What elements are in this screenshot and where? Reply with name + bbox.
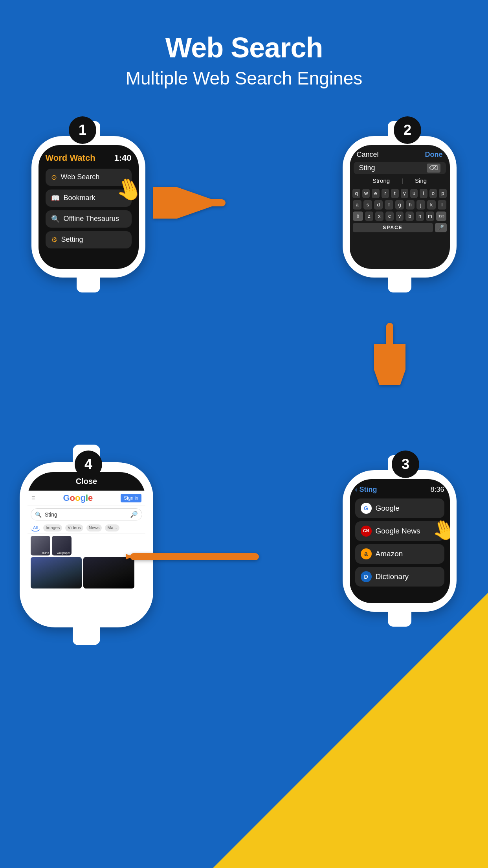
input-text: Sting (359, 164, 375, 172)
key-num[interactable]: 123 (436, 211, 447, 221)
key-mic[interactable]: 🎤 (435, 223, 447, 232)
done-button[interactable]: Done (425, 151, 443, 159)
screen3-header: ‹ Sting 8:36 (355, 485, 444, 494)
dictionary-icon: D (361, 571, 372, 582)
engine-amazon[interactable]: a Amazon (355, 544, 444, 564)
google-tabs: All Images Videos News Ma... (28, 523, 145, 533)
cancel-button[interactable]: Cancel (357, 151, 379, 159)
key-r[interactable]: r (382, 189, 389, 198)
watch1-body: Word Watch 1:40 ⊙ Web Search 📖 Bookmark … (31, 136, 145, 278)
websearch-icon: ⊙ (51, 173, 57, 182)
menu-item-thesaurus[interactable]: 🔍 Offline Thesaurus (46, 210, 132, 228)
key-t[interactable]: t (391, 189, 398, 198)
menu-item-setting[interactable]: ⚙ Setting (46, 231, 132, 248)
websearch-label: Web Search (61, 173, 100, 181)
tab-more[interactable]: Ma... (105, 524, 119, 531)
tab-videos[interactable]: Videos (65, 524, 83, 531)
tab-all[interactable]: All (31, 524, 40, 531)
image-large-1 (31, 557, 82, 588)
key-g[interactable]: g (395, 200, 404, 210)
watch3-body: ‹ Sting 8:36 G Google GN Google News (343, 470, 457, 612)
delete-button[interactable]: ⌫ (427, 164, 440, 173)
engine-google[interactable]: G Google (355, 498, 444, 518)
tab-news[interactable]: News (86, 524, 102, 531)
setting-icon: ⚙ (51, 235, 57, 244)
screen1-header: Word Watch 1:40 (46, 153, 132, 163)
suggestion-1[interactable]: Strong (372, 177, 390, 184)
key-f[interactable]: f (385, 200, 393, 210)
signin-button[interactable]: Sign in (121, 494, 141, 502)
watch1-screen: Word Watch 1:40 ⊙ Web Search 📖 Bookmark … (39, 145, 139, 269)
suggestion-divider: | (402, 177, 403, 184)
google-topbar: ≡ Google Sign in (28, 491, 145, 506)
section-bottom: 3 ‹ Sting 8:36 G Google GN (0, 431, 488, 844)
google-logo: Google (63, 493, 93, 503)
search-icon-small: 🔍 (35, 511, 42, 518)
key-k[interactable]: k (427, 200, 436, 210)
dictionary-label: Dictionary (376, 572, 409, 581)
bookmark-label: Bookmark (64, 194, 95, 202)
back-button[interactable]: ‹ Sting (355, 485, 377, 494)
section-top: 1 Word Watch 1:40 ⊙ Web Search 📖 (0, 108, 488, 431)
key-n[interactable]: n (416, 211, 424, 221)
image-thumb-2: wallpaper (52, 536, 72, 555)
google-label: Google (376, 504, 400, 513)
key-u[interactable]: u (410, 189, 418, 198)
key-d[interactable]: d (374, 200, 383, 210)
key-e[interactable]: e (372, 189, 379, 198)
thesaurus-label: Offline Thesaurus (64, 215, 119, 223)
amazon-label: Amazon (376, 550, 403, 558)
key-x[interactable]: x (375, 211, 383, 221)
app-name: Word Watch (46, 153, 95, 163)
thesaurus-icon: 🔍 (51, 215, 60, 223)
key-s[interactable]: s (363, 200, 372, 210)
google-news-label: Google News (376, 527, 420, 535)
step1-badge: 1 (69, 116, 96, 144)
screen2-content: Cancel Done Sting ⌫ Strong | Sing (350, 145, 450, 236)
google-search-bar[interactable]: 🔍 Sting 🔎 (31, 508, 142, 520)
arrow-down-2-3 (374, 322, 405, 387)
image-label-wallpaper: wallpaper (57, 551, 70, 555)
bookmark-icon: 📖 (51, 194, 60, 202)
tab-images[interactable]: Images (43, 524, 62, 531)
screen3-time: 8:36 (430, 485, 444, 494)
arrow-left-3-4 (126, 541, 259, 574)
keyboard-input[interactable]: Sting ⌫ (354, 162, 446, 174)
key-a[interactable]: a (353, 200, 361, 210)
key-o[interactable]: o (429, 189, 437, 198)
keyboard-suggestions: Strong | Sing (350, 174, 450, 187)
key-v[interactable]: v (396, 211, 404, 221)
key-c[interactable]: c (385, 211, 394, 221)
step3-badge: 3 (392, 451, 419, 478)
keyboard-row-4: SPACE 🎤 (353, 223, 447, 232)
key-h[interactable]: h (406, 200, 415, 210)
watch2-screen: Cancel Done Sting ⌫ Strong | Sing (350, 145, 450, 269)
search-query: Sting (45, 511, 127, 518)
image-label-dune: dune (42, 551, 49, 555)
keyboard-rows: q w e r t y u i o p a (350, 187, 450, 236)
amazon-icon: a (361, 548, 372, 559)
key-space[interactable]: SPACE (353, 223, 433, 232)
hamburger-menu[interactable]: ≡ (31, 495, 35, 502)
engine-dictionary[interactable]: D Dictionary (355, 567, 444, 587)
key-shift[interactable]: ⇧ (353, 211, 363, 221)
key-b[interactable]: b (405, 211, 414, 221)
key-m[interactable]: m (426, 211, 434, 221)
key-l[interactable]: l (438, 200, 446, 210)
watch3-screen: ‹ Sting 8:36 G Google GN Google News (350, 479, 450, 603)
lens-icon[interactable]: 🔎 (130, 511, 138, 518)
watch3-wrapper: ‹ Sting 8:36 G Google GN Google News (343, 470, 457, 612)
key-q[interactable]: q (352, 189, 360, 198)
key-j[interactable]: j (416, 200, 425, 210)
key-p[interactable]: p (439, 189, 446, 198)
page-subtitle: Multiple Web Search Engines (0, 68, 488, 89)
key-y[interactable]: y (401, 189, 408, 198)
page-title: Web Search (0, 31, 488, 64)
key-z[interactable]: z (365, 211, 373, 221)
suggestion-2[interactable]: Sing (415, 177, 427, 184)
arrow-right-1-2 (153, 187, 232, 220)
header-section: Web Search Multiple Web Search Engines (0, 0, 488, 89)
key-w[interactable]: w (362, 189, 370, 198)
key-i[interactable]: i (420, 189, 427, 198)
watch2-body: Cancel Done Sting ⌫ Strong | Sing (343, 136, 457, 278)
